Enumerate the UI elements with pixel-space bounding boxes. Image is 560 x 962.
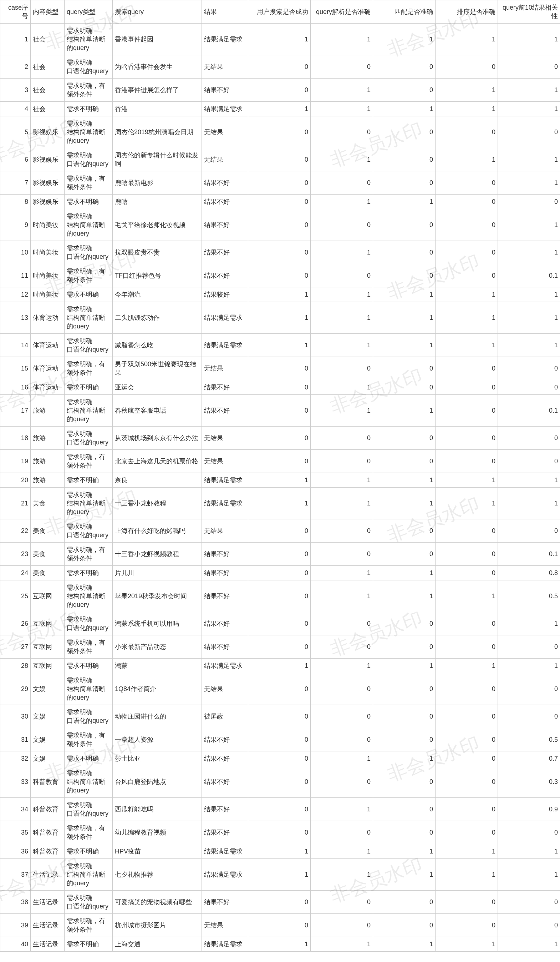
cell-seq: 14 <box>0 334 31 357</box>
cell-seq: 30 <box>0 705 31 728</box>
cell-result: 结果不好 <box>202 635 248 659</box>
cell-query: 1Q84作者简介 <box>113 673 202 705</box>
cell-category: 旅游 <box>31 450 64 473</box>
cell-seq: 23 <box>0 542 31 566</box>
cell-query: 十三香小龙虾视频教程 <box>113 542 202 566</box>
cell-metric-3: 1 <box>436 659 498 673</box>
cell-seq: 4 <box>0 102 31 116</box>
cell-result: 无结果 <box>202 55 248 79</box>
cell-metric-1: 1 <box>311 79 373 102</box>
cell-metric-3: 0 <box>436 542 498 566</box>
cell-seq: 29 <box>0 673 31 705</box>
cell-result: 结果不好 <box>202 728 248 751</box>
cell-metric-1: 1 <box>311 241 373 264</box>
cell-seq: 38 <box>0 891 31 914</box>
cell-metric-0: 0 <box>248 798 311 821</box>
cell-query: 动物庄园讲什么的 <box>113 705 202 728</box>
cell-category: 互联网 <box>31 659 64 673</box>
cell-metric-3: 0 <box>436 209 498 241</box>
cell-category: 影视娱乐 <box>31 116 64 148</box>
cell-metric-2: 1 <box>373 937 436 952</box>
cell-result: 结果不好 <box>202 264 248 287</box>
cell-metric-3: 0 <box>436 195 498 209</box>
cell-category: 科普教育 <box>31 844 64 859</box>
table-body: 1社会需求明确 结构简单清晰的query香港事件起因结果满足需求111112社会… <box>0 24 560 952</box>
cell-metric-2: 0 <box>373 79 436 102</box>
cell-query: 小米最新产品动态 <box>113 635 202 659</box>
cell-metric-2: 0 <box>373 55 436 79</box>
th-match-correct: 匹配是否准确 <box>373 0 436 24</box>
cell-metric-2: 0 <box>373 148 436 171</box>
cell-category: 文娱 <box>31 673 64 705</box>
cell-seq: 33 <box>0 766 31 798</box>
cell-metric-2: 0 <box>373 798 436 821</box>
cell-metric-0: 0 <box>248 116 311 148</box>
cell-category: 社会 <box>31 55 64 79</box>
cell-metric-1: 1 <box>311 24 373 55</box>
cell-metric-3: 0 <box>436 566 498 580</box>
cell-metric-3: 1 <box>436 148 498 171</box>
cell-category: 体育运动 <box>31 302 64 334</box>
cell-seq: 21 <box>0 487 31 520</box>
cell-metric-3: 0 <box>436 241 498 264</box>
cell-query-type: 需求明确，有额外条件 <box>64 357 113 380</box>
cell-seq: 11 <box>0 264 31 287</box>
cell-metric-3: 0 <box>436 705 498 728</box>
table-row: 34科普教育需求明确 口语化的query西瓜籽能吃吗结果不好01000.9 <box>0 798 560 821</box>
th-search-success: 用户搜索是否成功 <box>248 0 311 24</box>
cell-metric-4: 0 <box>498 891 560 914</box>
cell-metric-0: 0 <box>248 55 311 79</box>
cell-metric-1: 0 <box>311 357 373 380</box>
cell-metric-2: 1 <box>373 859 436 891</box>
cell-category: 体育运动 <box>31 357 64 380</box>
cell-category: 影视娱乐 <box>31 195 64 209</box>
cell-metric-0: 0 <box>248 728 311 751</box>
cell-result: 结果不好 <box>202 195 248 209</box>
cell-metric-2: 1 <box>373 751 436 766</box>
cell-query: 香港事件进展怎么样了 <box>113 79 202 102</box>
cell-metric-0: 0 <box>248 612 311 635</box>
cell-result: 结果满足需求 <box>202 859 248 891</box>
cell-metric-3: 0 <box>436 635 498 659</box>
cell-seq: 40 <box>0 937 31 952</box>
cell-metric-4: 1 <box>498 24 560 55</box>
cell-result: 结果满足需求 <box>202 334 248 357</box>
cell-result: 结果满足需求 <box>202 102 248 116</box>
cell-metric-1: 1 <box>311 844 373 859</box>
cell-metric-2: 0 <box>373 357 436 380</box>
table-row: 40生活记录需求不明确上海交通结果满足需求11111 <box>0 937 560 952</box>
cell-seq: 25 <box>0 580 31 612</box>
th-query: 搜索query <box>113 0 202 24</box>
cell-query: 今年潮流 <box>113 287 202 302</box>
cell-metric-3: 0 <box>436 891 498 914</box>
cell-metric-3: 1 <box>436 302 498 334</box>
cell-result: 结果不好 <box>202 395 248 426</box>
cell-metric-2: 0 <box>373 241 436 264</box>
th-case-seq: case序号 <box>0 0 31 24</box>
cell-query: 二头肌锻炼动作 <box>113 302 202 334</box>
cell-metric-0: 0 <box>248 148 311 171</box>
cell-result: 结果满足需求 <box>202 844 248 859</box>
cell-metric-4: 0.5 <box>498 580 560 612</box>
cell-metric-1: 0 <box>311 673 373 705</box>
cell-result: 结果满足需求 <box>202 302 248 334</box>
cell-metric-3: 1 <box>436 859 498 891</box>
cell-metric-3: 1 <box>436 24 498 55</box>
cell-metric-3: 0 <box>436 116 498 148</box>
cell-seq: 31 <box>0 728 31 751</box>
cell-metric-1: 0 <box>311 914 373 937</box>
cell-query-type: 需求明确 结构简单清晰的query <box>64 673 113 705</box>
cell-metric-1: 1 <box>311 487 373 520</box>
cell-metric-2: 0 <box>373 635 436 659</box>
table-row: 18旅游需求明确 口语化的query从茨城机场到东京有什么办法无结果00000 <box>0 426 560 450</box>
cell-query: HPV疫苗 <box>113 844 202 859</box>
cell-metric-2: 1 <box>373 195 436 209</box>
cell-query: 上海交通 <box>113 937 202 952</box>
cell-metric-2: 1 <box>373 473 436 487</box>
cell-metric-0: 0 <box>248 450 311 473</box>
cell-metric-0: 0 <box>248 914 311 937</box>
cell-metric-1: 0 <box>311 55 373 79</box>
cell-category: 科普教育 <box>31 798 64 821</box>
cell-seq: 7 <box>0 171 31 195</box>
cell-result: 结果较好 <box>202 287 248 302</box>
